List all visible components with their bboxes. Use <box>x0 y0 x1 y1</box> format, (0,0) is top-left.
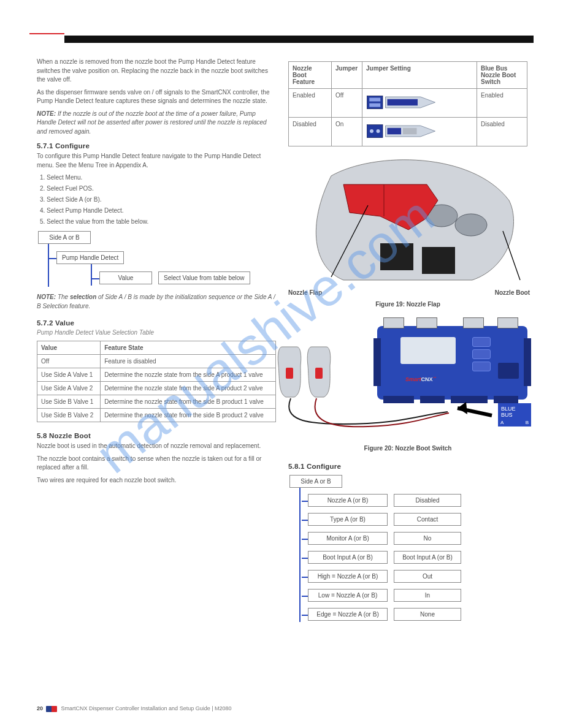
jumper-both-icon <box>366 92 440 114</box>
steps-571: Select Menu. Select Fuel POS. Select Sid… <box>47 173 276 226</box>
note-body: If the nozzle is out of the nozzle boot … <box>37 110 267 135</box>
table-row: Disabled On Disabled <box>289 118 527 146</box>
note-power-failure: NOTE: If the nozzle is out of the nozzle… <box>37 110 276 137</box>
nozzle-flap-illustration <box>288 157 527 292</box>
step-1: Select Menu. <box>47 173 276 182</box>
tree-value-hint: Select Value from table below <box>158 271 250 284</box>
menu-tree-571: Side A or B Pump Handle Detect Value Sel… <box>38 231 276 287</box>
svg-rect-5 <box>388 99 418 106</box>
th-jumper: Jumper <box>332 62 362 89</box>
note2-pre: The <box>56 294 70 300</box>
callout-nozzle-flap: Nozzle Flap <box>288 289 322 296</box>
brand-logo-icon <box>46 706 57 712</box>
table-row: Use Side B Valve 1Determine the nozzle s… <box>37 395 276 409</box>
tree-root: Side A or B <box>38 231 91 244</box>
para-58-2: The nozzle boot contains a switch to sen… <box>37 455 276 472</box>
table-header-row: Nozzle Boot Feature Jumper Jumper Settin… <box>289 62 527 89</box>
jumper-table: Nozzle Boot Feature Jumper Jumper Settin… <box>288 61 527 146</box>
tree-val-contact: Contact <box>394 513 461 526</box>
cell: Off <box>37 355 101 368</box>
tree-val-boot-input: Boot Input A (or B) <box>394 551 461 564</box>
jumper-one-icon <box>366 121 440 143</box>
svg-rect-6 <box>367 125 383 138</box>
step-2: Select Fuel POS. <box>47 184 276 193</box>
note2-mid: selection <box>70 294 96 300</box>
heading-58: 5.8 Nozzle Boot <box>37 432 276 439</box>
note2-label: NOTE: <box>37 294 56 300</box>
callout-nozzle-boot: Nozzle Boot <box>495 289 530 296</box>
note-side-selection: NOTE: The selection of Side A / B is mad… <box>37 293 276 311</box>
tree-node-value: Value <box>99 271 152 284</box>
cell-jumper-img <box>362 118 477 146</box>
svg-point-7 <box>370 129 373 133</box>
cell: Use Side B Valve 2 <box>37 409 101 422</box>
cell-jumper: Off <box>332 89 362 118</box>
cell-bb: Disabled <box>477 118 527 146</box>
cell: Determine the nozzle state from the side… <box>101 382 276 395</box>
value-selection-table: Value Feature State OffFeature is disabl… <box>37 341 276 422</box>
svg-rect-15 <box>422 247 455 274</box>
page-body: When a nozzle is removed from the nozzle… <box>37 58 527 694</box>
para-overview-1: When a nozzle is removed from the nozzle… <box>37 58 276 85</box>
cell: Use Side A Valve 2 <box>37 382 101 395</box>
tree-root: Side A or B <box>289 475 342 488</box>
table-row: OffFeature is disabled <box>37 355 276 368</box>
para-571: To configure this Pump Handle Detect fea… <box>37 152 276 170</box>
para-overview-2: As the dispenser firmware sends valve on… <box>37 88 276 106</box>
tree-val-none: None <box>394 608 461 621</box>
figure-19-caption: Figure 19: Nozzle Flap <box>288 301 527 308</box>
tree-node-nozzle: Nozzle A (or B) <box>308 494 388 507</box>
table-header-row: Value Feature State <box>37 341 276 355</box>
step-5: Select the value from the table below. <box>47 218 276 226</box>
svg-marker-20 <box>458 402 467 414</box>
th-bb-switch: Blue Bus Nozzle Boot Switch <box>477 62 527 89</box>
blue-bus-label: BLUE BUS <box>501 406 516 418</box>
svg-rect-11 <box>403 128 417 135</box>
page-number: 20 <box>37 705 43 711</box>
svg-rect-14 <box>380 243 413 270</box>
tree-val-out: Out <box>394 570 461 583</box>
svg-rect-2 <box>369 98 380 102</box>
right-column: Nozzle Boot Feature Jumper Jumper Settin… <box>288 58 527 622</box>
th-value: Value <box>37 341 101 355</box>
th-jumper-setting: Jumper Setting <box>362 62 477 89</box>
step-3: Select Side A (or B). <box>47 195 276 204</box>
footer-doc-title: SmartCNX Dispenser Controller Installati… <box>61 705 232 711</box>
tree-node-low: Low = Nozzle A (or B) <box>308 589 388 602</box>
cell: Determine the nozzle state from the side… <box>101 395 276 409</box>
menu-tree-581: Side A or B Nozzle A (or B) Disabled Typ… <box>289 475 527 622</box>
figure-20-caption: Figure 20: Nozzle Boot Switch <box>288 445 527 452</box>
heading-581: 5.8.1 Configure <box>288 463 527 470</box>
th-feature: Nozzle Boot Feature <box>289 62 332 89</box>
table-row: Enabled Off Enabled <box>289 89 527 118</box>
cell-feature: Disabled <box>289 118 332 146</box>
note-label: NOTE: <box>37 110 56 117</box>
heading-571: 5.7.1 Configure <box>37 142 276 150</box>
tree-node-edge: Edge = Nozzle A (or B) <box>308 608 388 621</box>
step-4: Select Pump Handle Detect. <box>47 207 276 215</box>
figure-19: Nozzle Flap Nozzle Boot <box>288 157 527 292</box>
svg-rect-10 <box>388 128 402 135</box>
header-black-band <box>64 36 534 43</box>
tree-val-in: In <box>394 589 461 602</box>
cell-jumper-img <box>362 89 477 118</box>
blue-bus-callout: BLUE BUS A B <box>498 403 531 427</box>
cell: Use Side A Valve 1 <box>37 368 101 382</box>
wiring-illustration <box>276 320 527 436</box>
cell: Use Side B Valve 1 <box>37 395 101 409</box>
table-row: Use Side A Valve 1Determine the nozzle s… <box>37 368 276 382</box>
header-red-line <box>29 33 64 34</box>
footer: 20 SmartCNX Dispenser Controller Install… <box>37 705 527 712</box>
svg-rect-3 <box>369 104 380 107</box>
heading-572: 5.7.2 Value <box>37 319 276 327</box>
cell: Determine the nozzle state from the side… <box>101 409 276 422</box>
cell-jumper: On <box>332 118 362 146</box>
cell-bb: Enabled <box>477 89 527 118</box>
svg-point-8 <box>377 129 380 133</box>
para-58-1: Nozzle boot is used in the automatic det… <box>37 442 276 451</box>
cell: Feature is disabled <box>101 355 276 368</box>
terminal-a: A <box>500 420 504 425</box>
cell-feature: Enabled <box>289 89 332 118</box>
th-feature-state: Feature State <box>101 341 276 355</box>
tree-node-phd: Pump Handle Detect <box>56 251 124 264</box>
